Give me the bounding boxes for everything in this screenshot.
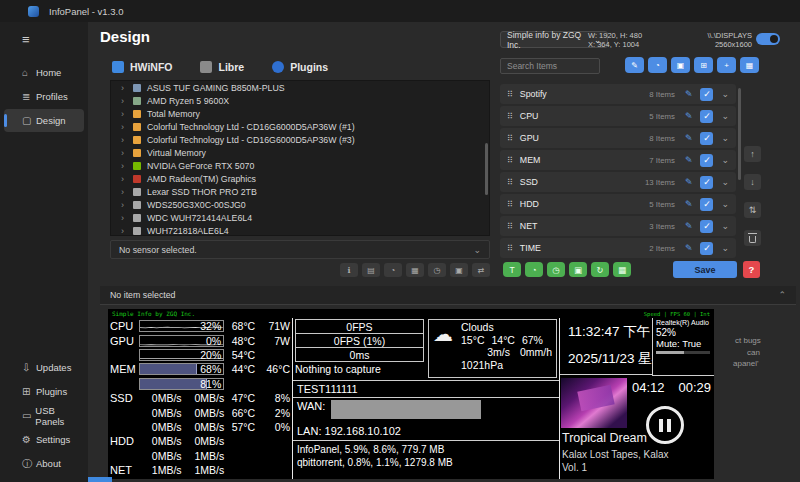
chevron-down-icon[interactable]: ⌄ (721, 243, 729, 253)
edit-icon[interactable]: ✎ (685, 89, 693, 99)
sensor-gauge-button[interactable]: ◔ (384, 263, 402, 277)
tree-row[interactable]: ›Virtual Memory (111, 146, 489, 159)
drag-handle-icon[interactable]: ⠿ (507, 200, 513, 209)
item-selection-bar[interactable]: No item selected ⌃ (100, 286, 796, 305)
group-checkbox[interactable]: ✓ (700, 220, 713, 233)
widget-clock-button[interactable]: ◷ (547, 262, 565, 277)
add-grid-button[interactable]: ▦ (740, 57, 759, 73)
group-checkbox[interactable]: ✓ (700, 198, 713, 211)
edit-icon[interactable]: ✎ (685, 243, 693, 253)
list-reorder-button[interactable]: ⇅ (744, 202, 761, 218)
expand-chevron-icon[interactable]: › (121, 148, 133, 158)
sensor-image-button[interactable]: ▣ (450, 263, 468, 277)
menu-toggle-button[interactable]: ≡ (22, 32, 38, 47)
drag-handle-icon[interactable]: ⠿ (507, 156, 513, 165)
tab-plugins[interactable]: Plugins (272, 61, 328, 73)
save-button[interactable]: Save (673, 261, 737, 278)
chevron-down-icon[interactable]: ⌄ (721, 89, 729, 99)
tab-libre[interactable]: Libre (200, 61, 244, 73)
add-plus-button[interactable]: + (717, 57, 736, 73)
group-row-gpu[interactable]: ⠿GPU8 Items✎✓⌄ (500, 128, 736, 148)
list-move-down-button[interactable]: ↓ (744, 174, 761, 190)
widget-grid-button[interactable]: ▦ (613, 262, 631, 277)
drag-handle-icon[interactable]: ⠿ (507, 222, 513, 231)
group-checkbox[interactable]: ✓ (700, 88, 713, 101)
expand-chevron-icon[interactable]: › (121, 83, 133, 93)
sensor-bar-chart-button[interactable]: ▦ (406, 263, 424, 277)
expand-chevron-icon[interactable]: › (121, 174, 133, 184)
add-gauge-button[interactable]: ◔ (648, 57, 667, 73)
drag-handle-icon[interactable]: ⠿ (507, 112, 513, 121)
drag-handle-icon[interactable]: ⠿ (507, 244, 513, 253)
drag-handle-icon[interactable]: ⠿ (507, 178, 513, 187)
sensor-list-button[interactable]: ▤ (362, 263, 380, 277)
tree-row[interactable]: ›Total Memory (111, 107, 489, 120)
sensor-swap-button[interactable]: ⇄ (472, 263, 490, 277)
expand-chevron-icon[interactable]: › (121, 109, 133, 119)
chevron-down-icon[interactable]: ⌄ (721, 177, 729, 187)
group-checkbox[interactable]: ✓ (700, 242, 713, 255)
group-row-time[interactable]: ⠿TIME2 Items✎✓⌄ (500, 238, 736, 258)
expand-chevron-icon[interactable]: › (121, 122, 133, 132)
sidebar-item-profiles[interactable]: ≣Profiles (4, 85, 84, 108)
expand-chevron-icon[interactable]: › (121, 96, 133, 106)
widget-refresh-button[interactable]: ↻ (591, 262, 609, 277)
drag-handle-icon[interactable]: ⠿ (507, 134, 513, 143)
edit-icon[interactable]: ✎ (685, 155, 693, 165)
search-input[interactable] (500, 58, 600, 74)
pause-button[interactable] (646, 406, 684, 444)
group-row-hdd[interactable]: ⠿HDD5 Items✎✓⌄ (500, 194, 736, 214)
sidebar-item-plugins[interactable]: ⊞Plugins (4, 380, 84, 403)
group-checkbox[interactable]: ✓ (700, 154, 713, 167)
group-checkbox[interactable]: ✓ (700, 110, 713, 123)
tab-hwinfo[interactable]: HWiNFO (112, 61, 172, 73)
edit-icon[interactable]: ✎ (685, 199, 693, 209)
widget-image-button[interactable]: ▣ (569, 262, 587, 277)
tree-row[interactable]: ›Lexar SSD THOR PRO 2TB (111, 185, 489, 198)
widget-gauge-button[interactable]: ◔ (525, 262, 543, 277)
expand-chevron-icon[interactable]: › (121, 226, 133, 236)
group-checkbox[interactable]: ✓ (700, 132, 713, 145)
tree-row[interactable]: ›WDS250G3X0C-00SJG0 (111, 198, 489, 211)
edit-icon[interactable]: ✎ (685, 133, 693, 143)
tree-scrollbar[interactable] (485, 143, 488, 195)
edit-icon[interactable]: ✎ (685, 177, 693, 187)
drag-handle-icon[interactable]: ⠿ (507, 90, 513, 99)
chevron-down-icon[interactable]: ⌄ (721, 133, 729, 143)
sidebar-item-usb-panels[interactable]: ▭USB Panels (4, 404, 84, 427)
group-scrollbar[interactable] (738, 88, 741, 180)
expand-chevron-icon[interactable]: › (121, 161, 133, 171)
sensor-info-button[interactable]: ℹ (340, 263, 358, 277)
tree-row[interactable]: ›AMD Radeon(TM) Graphics (111, 172, 489, 185)
tree-row[interactable]: ›Colorful Technology Ltd - CD16G6000D5AP… (111, 120, 489, 133)
edit-icon[interactable]: ✎ (685, 111, 693, 121)
chevron-down-icon[interactable]: ⌄ (721, 155, 729, 165)
chevron-down-icon[interactable]: ⌄ (721, 199, 729, 209)
tree-row[interactable]: ›NVIDIA GeForce RTX 5070 (111, 159, 489, 172)
sensor-clock-button[interactable]: ◷ (428, 263, 446, 277)
sidebar-item-updates[interactable]: ⇩Updates (4, 356, 84, 379)
expand-chevron-icon[interactable]: › (121, 200, 133, 210)
sidebar-item-about[interactable]: ⓘAbout (4, 452, 84, 475)
group-row-net[interactable]: ⠿NET3 Items✎✓⌄ (500, 216, 736, 236)
list-move-up-button[interactable]: ↑ (744, 146, 761, 162)
chevron-down-icon[interactable]: ⌄ (721, 221, 729, 231)
tree-row[interactable]: ›Colorful Technology Ltd - CD16G6000D5AP… (111, 133, 489, 146)
expand-chevron-icon[interactable]: › (121, 135, 133, 145)
add-add-box-button[interactable]: ⊞ (694, 57, 713, 73)
widget-text-button[interactable]: T (503, 262, 521, 277)
add-image-button[interactable]: ▣ (671, 57, 690, 73)
group-row-ssd[interactable]: ⠿SSD13 Items✎✓⌄ (500, 172, 736, 192)
sidebar-item-settings[interactable]: ⚙Settings (4, 428, 84, 451)
group-checkbox[interactable]: ✓ (700, 176, 713, 189)
sensor-select-dropdown[interactable]: No sensor selected. ⌄ (110, 240, 490, 259)
display-toggle[interactable] (756, 33, 780, 45)
tree-row[interactable]: ›WUH721818ALE6L4 (111, 224, 489, 236)
expand-chevron-icon[interactable]: › (121, 213, 133, 223)
group-row-cpu[interactable]: ⠿CPU5 Items✎✓⌄ (500, 106, 736, 126)
group-row-mem[interactable]: ⠿MEM7 Items✎✓⌄ (500, 150, 736, 170)
tree-row[interactable]: ›AMD Ryzen 5 9600X (111, 94, 489, 107)
edit-icon[interactable]: ✎ (685, 221, 693, 231)
group-row-spotify[interactable]: ⠿Spotify8 Items✎✓⌄ (500, 84, 736, 104)
sidebar-item-home[interactable]: ⌂Home (4, 61, 84, 84)
